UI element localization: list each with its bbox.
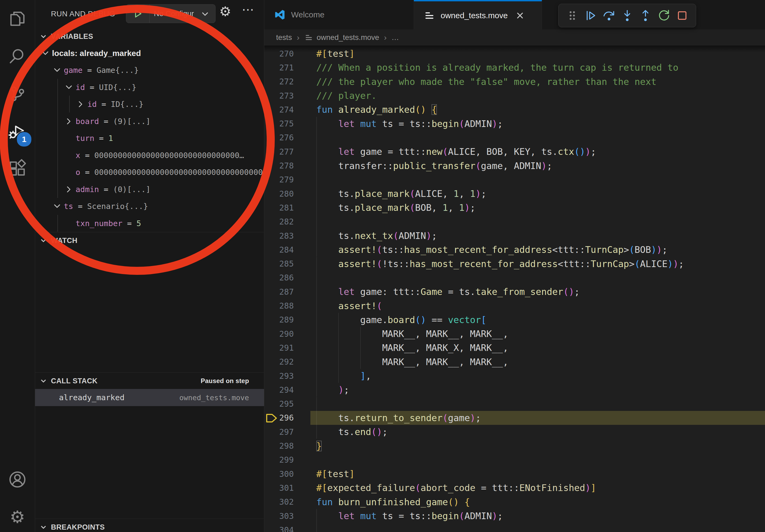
chevron-down-icon[interactable]: [52, 65, 62, 75]
debug-step-into-button[interactable]: [620, 8, 634, 23]
variable-row-x[interactable]: x = 0000000000000000000000000000000…: [35, 147, 264, 164]
debug-drag-grip-button[interactable]: [565, 8, 579, 23]
code-text: #[expected_failure(abort_code = ttt::ENo…: [316, 481, 596, 495]
variable-row-id[interactable]: id = ID{...}: [35, 96, 264, 113]
close-icon[interactable]: [515, 11, 525, 20]
chevron-right-icon[interactable]: [64, 116, 74, 127]
line-number[interactable]: 292: [264, 355, 298, 369]
activity-settings-icon[interactable]: ⚙: [0, 501, 35, 532]
variable-row-ts[interactable]: ts = Scenario{...}: [35, 198, 264, 215]
section-header-breakpoints[interactable]: BREAKPOINTS: [35, 519, 264, 532]
breadcrumb-item[interactable]: …: [391, 33, 399, 42]
line-number[interactable]: 290: [264, 327, 298, 341]
variable-row-turn[interactable]: turn = 1: [35, 130, 264, 147]
line-number[interactable]: 288: [264, 299, 298, 313]
chevron-down-icon: [39, 32, 48, 41]
line-number[interactable]: 287: [264, 285, 298, 299]
variable-row-id[interactable]: id = UID{...}: [35, 79, 264, 96]
code-line: 304: [264, 523, 765, 532]
debug-stop-button[interactable]: [675, 8, 689, 23]
line-number[interactable]: 281: [264, 201, 298, 215]
line-number[interactable]: 302: [264, 495, 298, 509]
debug-step-out-button[interactable]: [638, 8, 653, 23]
more-actions-icon[interactable]: ⋯: [242, 3, 254, 16]
section-header-call-stack[interactable]: CALL STACK Paused on step: [35, 372, 264, 389]
chevron-right-icon[interactable]: [76, 99, 86, 109]
line-number[interactable]: 277: [264, 145, 298, 158]
code-line: 275 let mut ts = ts::begin(ADMIN);: [264, 117, 765, 131]
variable-value: ID{...}: [111, 100, 143, 109]
chevron-right-icon[interactable]: [64, 184, 74, 194]
line-number[interactable]: 298: [264, 439, 298, 453]
code-line: 301#[expected_failure(abort_code = ttt::…: [264, 481, 765, 495]
variable-row-board[interactable]: board = (9)[...]: [35, 113, 264, 130]
start-debugging-icon[interactable]: [126, 5, 150, 23]
line-number[interactable]: 271: [264, 61, 298, 75]
variable-row-txn_number[interactable]: txn_number = 5: [35, 215, 264, 232]
line-number[interactable]: 275: [264, 117, 298, 131]
debug-config-dropdown[interactable]: No Configur: [126, 4, 216, 23]
activity-account-icon[interactable]: [0, 463, 35, 496]
variable-name: game: [64, 66, 83, 75]
activity-explorer-icon[interactable]: [0, 3, 35, 35]
line-number[interactable]: 283: [264, 229, 298, 243]
line-number[interactable]: 293: [264, 369, 298, 383]
breadcrumb-item[interactable]: tests: [276, 33, 292, 42]
line-number[interactable]: 274: [264, 103, 298, 117]
line-number[interactable]: 276: [264, 131, 298, 145]
activity-source-control-icon[interactable]: [0, 78, 35, 110]
debug-settings-gear-icon[interactable]: ⚙: [219, 5, 231, 18]
equals-sign: =: [99, 117, 113, 126]
stack-frame-file: owned_tests.move: [179, 394, 249, 402]
line-number[interactable]: 299: [264, 453, 298, 467]
debug-continue-button[interactable]: [583, 8, 598, 23]
line-number[interactable]: 279: [264, 173, 298, 187]
line-number[interactable]: 278: [264, 158, 298, 172]
variable-row-scope[interactable]: locals: already_marked: [35, 45, 264, 62]
code-text: let game: ttt::Game = ts.take_from_sende…: [316, 285, 580, 299]
line-number[interactable]: 297: [264, 425, 298, 439]
section-header-variables[interactable]: VARIABLES: [35, 28, 264, 45]
call-stack-frame-row[interactable]: already_marked owned_tests.move: [35, 389, 264, 406]
code-line: 292 MARK__, MARK__, MARK__,: [264, 355, 765, 369]
line-number[interactable]: 285: [264, 257, 298, 271]
chevron-down-icon[interactable]: [52, 201, 62, 211]
line-number[interactable]: 280: [264, 187, 298, 201]
line-number[interactable]: 289: [264, 313, 298, 327]
line-number[interactable]: 300: [264, 467, 298, 481]
chevron-down-icon[interactable]: [40, 48, 50, 58]
line-number[interactable]: 282: [264, 215, 298, 229]
variable-row-game[interactable]: game = Game{...}: [35, 62, 264, 79]
line-number[interactable]: 284: [264, 243, 298, 257]
activity-search-icon[interactable]: [0, 40, 35, 72]
code-editor[interactable]: 270#[test]271/// When a position is alre…: [264, 45, 765, 532]
line-number[interactable]: 272: [264, 75, 298, 89]
tab-label: owned_tests.move: [441, 11, 508, 20]
code-text: ],: [316, 369, 371, 383]
tab-owned-tests-move[interactable]: owned_tests.move: [414, 0, 542, 30]
activity-run-and-debug-icon[interactable]: 1: [0, 115, 35, 147]
variable-row-admin[interactable]: admin = (0)[...]: [35, 181, 264, 198]
line-number[interactable]: 301: [264, 481, 298, 495]
debug-restart-button[interactable]: [657, 8, 671, 23]
line-number[interactable]: 291: [264, 341, 298, 355]
line-number[interactable]: 295: [264, 397, 298, 411]
code-line: 273/// player.: [264, 89, 765, 103]
line-number[interactable]: 304: [264, 523, 298, 532]
line-number[interactable]: 270: [264, 47, 298, 61]
variable-row-o[interactable]: o = 000000000000000000000000000000000000: [35, 164, 264, 181]
variable-value: UID{...}: [99, 83, 136, 92]
equals-sign: =: [83, 66, 97, 75]
chevron-down-icon[interactable]: [64, 82, 74, 93]
variable-name: id: [76, 83, 85, 92]
tab-welcome[interactable]: Welcome: [264, 0, 414, 30]
line-number[interactable]: 303: [264, 509, 298, 523]
debug-step-over-button[interactable]: [602, 8, 616, 23]
activity-extensions-icon[interactable]: [0, 152, 35, 184]
breadcrumb-item[interactable]: owned_tests.move: [317, 33, 379, 42]
line-number[interactable]: 273: [264, 89, 298, 103]
line-number[interactable]: 286: [264, 271, 298, 285]
section-header-watch[interactable]: WATCH: [35, 232, 264, 249]
code-line: 271/// When a position is already marked…: [264, 61, 765, 75]
line-number[interactable]: 294: [264, 383, 298, 397]
